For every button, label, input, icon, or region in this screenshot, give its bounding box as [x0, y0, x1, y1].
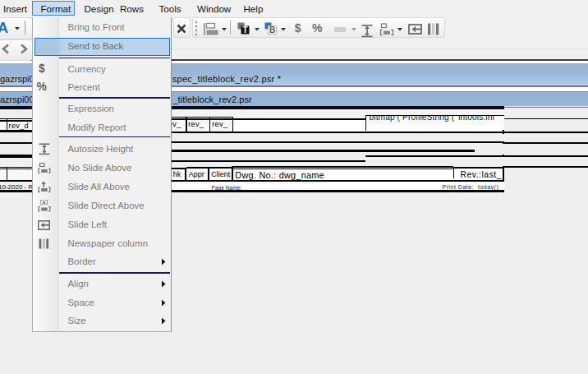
svg-text:B: B: [269, 25, 275, 35]
svg-text:T: T: [242, 25, 247, 35]
